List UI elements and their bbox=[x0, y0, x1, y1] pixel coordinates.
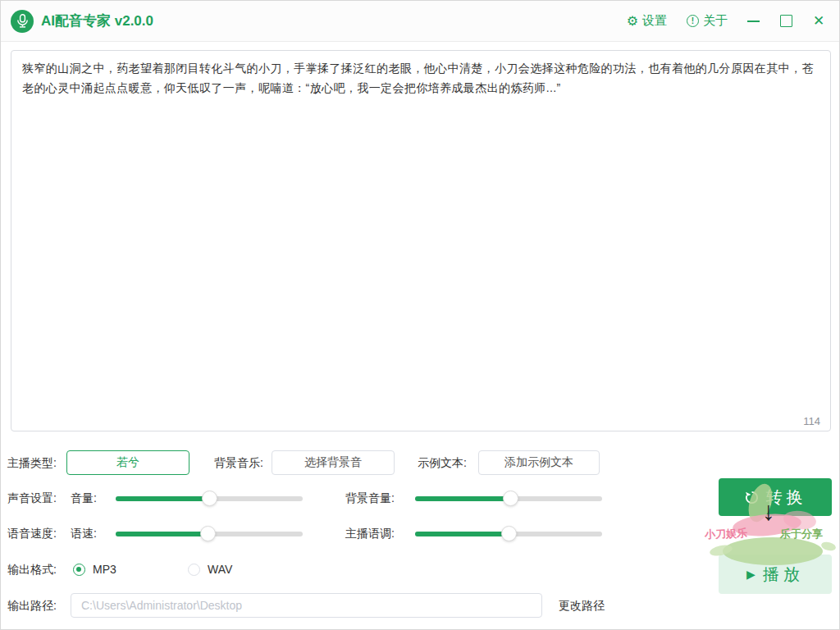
char-count: 114 bbox=[803, 415, 820, 427]
tone-label: 主播语调: bbox=[345, 522, 395, 546]
tone-slider[interactable] bbox=[415, 523, 602, 546]
output-path-label: 输出路径: bbox=[7, 593, 57, 618]
watermark-splash bbox=[820, 541, 837, 552]
text-editor-area[interactable]: 狭窄的山洞之中，药老望着那闭目转化斗气的小刀，手掌揉了揉泛红的老眼，他心中清楚，… bbox=[11, 50, 831, 431]
title-bar: AI配音专家 v2.0.0 ⚙ 设置 ! 关于 ✕ bbox=[1, 1, 839, 42]
bg-volume-label: 背景音量: bbox=[345, 486, 395, 511]
anchor-select-button[interactable]: 若兮 bbox=[66, 450, 189, 475]
play-button[interactable]: ▶ 播放 bbox=[719, 555, 832, 594]
close-button[interactable]: ✕ bbox=[811, 14, 826, 29]
convert-label: 转换 bbox=[766, 486, 807, 509]
about-label: 关于 bbox=[703, 13, 728, 29]
sample-text-label: 示例文本: bbox=[418, 450, 467, 475]
mp3-radio[interactable] bbox=[73, 564, 85, 576]
slider-knob[interactable] bbox=[501, 526, 517, 541]
settings-button[interactable]: ⚙ 设置 bbox=[627, 13, 667, 29]
volume-label: 音量: bbox=[71, 486, 97, 511]
add-sample-text-button[interactable]: 添加示例文本 bbox=[478, 450, 600, 475]
titlebar-actions: ⚙ 设置 ! 关于 ✕ bbox=[607, 13, 826, 29]
convert-refresh-icon bbox=[744, 490, 760, 505]
settings-label: 设置 bbox=[642, 13, 667, 29]
change-path-button[interactable]: 更改路径 bbox=[559, 593, 605, 618]
wav-label: WAV bbox=[208, 557, 232, 582]
minimize-icon bbox=[747, 21, 760, 22]
slider-knob[interactable] bbox=[503, 491, 518, 506]
bgm-label: 背景音乐: bbox=[214, 450, 263, 475]
gear-icon: ⚙ bbox=[627, 15, 638, 28]
speed-label: 语速: bbox=[71, 522, 97, 546]
slider-knob[interactable] bbox=[202, 491, 217, 506]
slider-knob[interactable] bbox=[200, 526, 216, 541]
microphone-logo-icon bbox=[11, 10, 34, 33]
watermark-text-right: 乐于分享 bbox=[780, 527, 823, 541]
bg-volume-slider[interactable] bbox=[415, 487, 602, 510]
control-panel: 主播类型: 若兮 背景音乐: 选择背景音 示例文本: 添加示例文本 声音设置: … bbox=[1, 431, 840, 630]
play-label: 播放 bbox=[763, 564, 804, 586]
slider-fill bbox=[415, 496, 510, 501]
app-brand: AI配音专家 v2.0.0 bbox=[11, 10, 153, 33]
convert-button[interactable]: 转换 bbox=[719, 478, 832, 516]
speed-slider[interactable] bbox=[116, 523, 303, 546]
volume-slider[interactable] bbox=[116, 487, 303, 510]
output-path-input[interactable] bbox=[71, 593, 542, 618]
minimize-button[interactable] bbox=[746, 14, 760, 29]
anchor-type-label: 主播类型: bbox=[7, 450, 57, 475]
about-button[interactable]: ! 关于 bbox=[687, 13, 728, 29]
slider-fill bbox=[116, 496, 209, 501]
mp3-label: MP3 bbox=[93, 557, 116, 582]
app-window: AI配音专家 v2.0.0 ⚙ 设置 ! 关于 ✕ 狭窄的山洞之中，药老望着那闭… bbox=[0, 0, 840, 630]
play-icon: ▶ bbox=[746, 568, 756, 581]
slider-fill bbox=[116, 532, 208, 536]
watermark-text-left: 小刀娱乐 bbox=[705, 526, 748, 542]
maximize-icon bbox=[780, 15, 792, 27]
sound-settings-label: 声音设置: bbox=[7, 486, 57, 511]
app-title: AI配音专家 v2.0.0 bbox=[41, 11, 153, 30]
slider-fill bbox=[415, 532, 509, 536]
editor-text: 狭窄的山洞之中，药老望着那闭目转化斗气的小刀，手掌揉了揉泛红的老眼，他心中清楚，… bbox=[11, 51, 830, 105]
output-format-label: 输出格式: bbox=[7, 557, 57, 582]
info-icon: ! bbox=[687, 15, 699, 27]
maximize-button[interactable] bbox=[778, 14, 793, 29]
wav-radio[interactable] bbox=[188, 564, 200, 576]
bgm-select-button[interactable]: 选择背景音 bbox=[272, 450, 395, 475]
speech-speed-section-label: 语音速度: bbox=[7, 522, 57, 546]
